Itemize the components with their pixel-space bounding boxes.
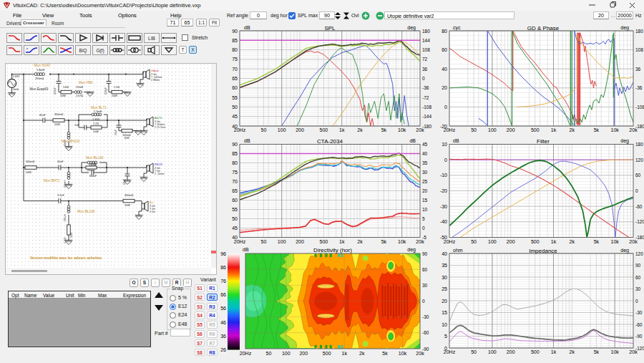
svg-text:10k: 10k xyxy=(611,349,620,354)
svg-text:deg: deg xyxy=(407,247,416,253)
svg-text:20Hz: 20Hz xyxy=(444,127,456,132)
svg-text:180: 180 xyxy=(635,29,643,34)
svg-text:-108: -108 xyxy=(635,105,644,110)
svg-text:dB: dB xyxy=(243,247,249,252)
svg-text:5k: 5k xyxy=(594,127,600,132)
svg-text:15: 15 xyxy=(422,198,428,203)
svg-text:dB: dB xyxy=(409,138,416,143)
svg-text:200: 200 xyxy=(299,351,308,356)
svg-text:120uF: 120uF xyxy=(54,87,57,95)
svg-text:1k: 1k xyxy=(551,239,557,244)
svg-text:10k: 10k xyxy=(398,239,406,244)
svg-text:1k: 1k xyxy=(339,239,345,244)
svg-text:-90: -90 xyxy=(635,334,643,339)
svg-text:20: 20 xyxy=(441,299,447,304)
svg-text:0: 0 xyxy=(422,299,425,304)
svg-text:180: 180 xyxy=(635,142,643,147)
svg-text:-36: -36 xyxy=(635,85,643,90)
svg-text:Mun BH100: Mun BH100 xyxy=(62,140,80,143)
svg-text:50W: 50W xyxy=(54,123,60,126)
svg-text:70: 70 xyxy=(232,179,238,184)
svg-text:60: 60 xyxy=(635,173,641,178)
svg-text:300mΩ: 300mΩ xyxy=(125,194,133,197)
svg-text:1k: 1k xyxy=(551,349,557,354)
svg-text:85: 85 xyxy=(232,38,238,43)
svg-text:50W: 50W xyxy=(93,130,99,133)
svg-text:100: 100 xyxy=(282,351,291,356)
svg-text:5: 5 xyxy=(444,334,447,339)
svg-text:108: 108 xyxy=(635,47,643,52)
svg-text:dB: dB xyxy=(244,25,250,30)
svg-text:20k: 20k xyxy=(629,349,638,354)
svg-text:100: 100 xyxy=(278,239,286,244)
svg-text:CTA-2034: CTA-2034 xyxy=(317,138,343,145)
svg-text:2k: 2k xyxy=(359,351,365,356)
svg-text:Odaun: Odaun xyxy=(151,69,159,72)
svg-text:20k: 20k xyxy=(629,127,638,132)
svg-text:20k: 20k xyxy=(416,239,424,244)
svg-text:50W: 50W xyxy=(70,232,73,238)
svg-text:0: 0 xyxy=(444,158,447,163)
svg-text:2k: 2k xyxy=(570,349,575,354)
svg-text:10k: 10k xyxy=(398,127,406,132)
svg-text:20Hz: 20Hz xyxy=(444,239,456,244)
svg-text:500: 500 xyxy=(531,239,540,244)
svg-text:0: 0 xyxy=(444,105,447,110)
svg-text:500: 500 xyxy=(531,349,540,354)
svg-text:1.63V: 1.63V xyxy=(13,75,20,78)
svg-text:40: 40 xyxy=(441,251,447,256)
svg-text:1mΩ: 1mΩ xyxy=(13,88,19,91)
svg-text:200: 200 xyxy=(296,127,304,132)
svg-text:2k: 2k xyxy=(570,127,575,132)
svg-text:2k: 2k xyxy=(570,239,575,244)
svg-text:ohm: ohm xyxy=(453,248,463,253)
svg-text:10: 10 xyxy=(422,207,428,212)
svg-text:Mun Ecap63: Mun Ecap63 xyxy=(30,87,49,91)
svg-text:50W: 50W xyxy=(26,171,31,174)
svg-text:30: 30 xyxy=(422,170,428,175)
svg-text:100: 100 xyxy=(488,239,497,244)
svg-text:26: 26 xyxy=(220,347,226,352)
svg-text:2k: 2k xyxy=(357,239,363,244)
svg-text:-30: -30 xyxy=(635,310,643,315)
svg-text:0: 0 xyxy=(422,76,425,81)
svg-text:5.6Ω: 5.6Ω xyxy=(63,86,69,89)
svg-text:-60: -60 xyxy=(635,322,643,327)
svg-text:30: 30 xyxy=(441,275,447,280)
svg-text:45: 45 xyxy=(232,226,238,231)
svg-text:Mun H140: Mun H140 xyxy=(34,64,50,67)
svg-text:500: 500 xyxy=(320,239,328,244)
svg-text:36: 36 xyxy=(220,334,226,339)
svg-text:2k: 2k xyxy=(357,127,363,132)
svg-text:-120: -120 xyxy=(635,219,644,224)
svg-text:500: 500 xyxy=(320,127,328,132)
svg-text:A6270: A6270 xyxy=(155,117,162,120)
svg-text:Directivity (hor): Directivity (hor) xyxy=(313,247,352,253)
svg-text:120: 120 xyxy=(635,251,643,256)
svg-text:20k: 20k xyxy=(416,351,424,356)
svg-text:45: 45 xyxy=(232,114,238,119)
svg-text:1k: 1k xyxy=(341,351,347,356)
svg-text:-40: -40 xyxy=(440,219,447,224)
svg-text:Version modifiée avec les vale: Version modifiée avec les valeurs acheté… xyxy=(30,256,102,260)
svg-text:-30: -30 xyxy=(422,314,429,319)
svg-text:20: 20 xyxy=(441,85,447,90)
svg-text:300mΩ: 300mΩ xyxy=(26,160,34,163)
svg-text:0: 0 xyxy=(422,226,425,231)
svg-text:180: 180 xyxy=(422,29,430,34)
svg-text:80: 80 xyxy=(232,47,238,52)
svg-text:5k: 5k xyxy=(381,239,387,244)
svg-text:35: 35 xyxy=(422,160,428,165)
svg-text:Filter: Filter xyxy=(537,138,550,145)
svg-text:25: 25 xyxy=(441,286,447,291)
svg-text:66: 66 xyxy=(220,292,226,297)
svg-text:90: 90 xyxy=(232,29,238,34)
svg-text:65: 65 xyxy=(232,76,238,81)
svg-text:70: 70 xyxy=(232,67,238,72)
svg-text:55: 55 xyxy=(232,95,238,100)
svg-text:10: 10 xyxy=(441,142,447,147)
svg-text:RS125: RS125 xyxy=(155,163,162,166)
svg-text:500: 500 xyxy=(531,127,540,132)
svg-text:36: 36 xyxy=(635,67,641,72)
svg-text:0: 0 xyxy=(635,188,638,193)
